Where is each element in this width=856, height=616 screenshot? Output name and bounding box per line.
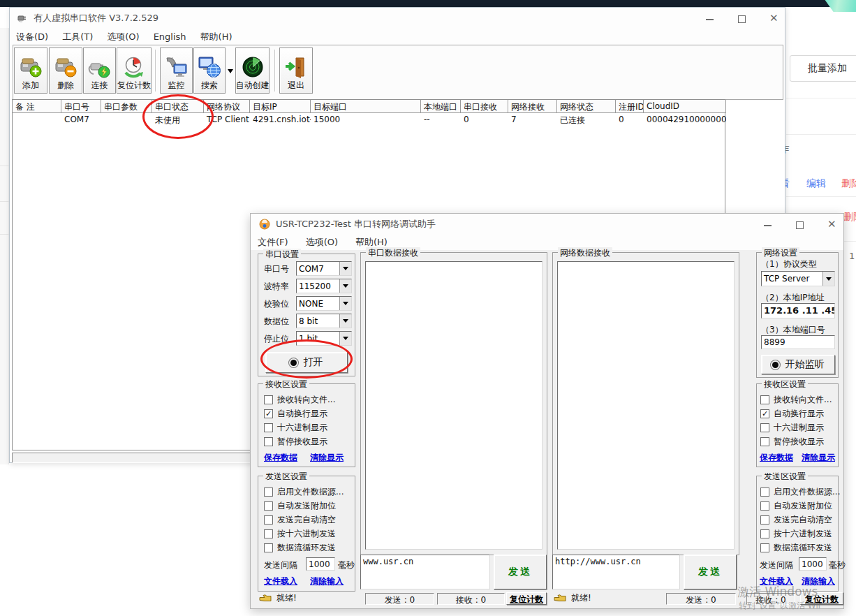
page-number[interactable]: 1: [849, 251, 855, 261]
serial-reset-count-button[interactable]: 复位计数: [506, 592, 547, 605]
load-file-link[interactable]: 文件载入: [760, 575, 793, 587]
serial-recv-textarea[interactable]: [365, 261, 543, 550]
edit-link[interactable]: 编辑: [806, 177, 826, 190]
checkbox-hex-display[interactable]: 十六进制显示: [264, 420, 327, 434]
send-interval-input[interactable]: 1000: [306, 557, 335, 571]
clear-display-link[interactable]: 清除显示: [310, 452, 344, 464]
serial-send-button[interactable]: 发送: [494, 555, 547, 589]
checkbox-file-source[interactable]: 启用文件数据源...: [264, 485, 344, 499]
search-button[interactable]: 搜索: [193, 47, 226, 94]
col-target-port[interactable]: 目标端口: [311, 100, 421, 113]
data-bits-select[interactable]: 8 bit: [296, 314, 352, 328]
exit-button[interactable]: 退出: [279, 47, 313, 94]
checkbox-loop-send[interactable]: 数据流循环发送: [760, 541, 832, 555]
col-cloud-id[interactable]: CloudID: [644, 100, 726, 113]
checkbox-auto-wrap[interactable]: ✓自动换行显示: [760, 406, 824, 420]
serial-status-ready: 就绪!: [259, 592, 297, 604]
delete-button[interactable]: 删除: [49, 47, 82, 94]
auto-create-button[interactable]: 自动创建: [235, 47, 270, 94]
col-protocol[interactable]: 网络协议: [204, 100, 250, 113]
col-port-status[interactable]: 串口状态: [152, 100, 204, 113]
checkbox-file-source[interactable]: 启用文件数据源...: [760, 485, 840, 499]
col-net-status[interactable]: 网络状态: [557, 100, 616, 113]
col-net-recv[interactable]: 网络接收: [508, 100, 557, 113]
menu-device[interactable]: 设备(D): [16, 31, 48, 43]
toolbar-separator: [155, 50, 156, 91]
checkbox-recv-to-file[interactable]: 接收转向文件...: [760, 393, 832, 406]
minimize-button[interactable]: [764, 225, 772, 226]
test-title: USR-TCP232-Test 串口转网络调试助手: [276, 218, 436, 230]
checkbox-auto-clear[interactable]: 发送完自动清空: [264, 513, 336, 527]
col-local-port[interactable]: 本地端口: [421, 100, 461, 113]
net-reset-count-button[interactable]: 复位计数: [800, 592, 843, 605]
divider: [786, 98, 856, 98]
vcom-titlebar: 有人虚拟串口软件 V3.7.2.529 ✕: [10, 8, 785, 29]
clear-input-link[interactable]: 清除输入: [310, 575, 344, 587]
save-data-link[interactable]: 保存数据: [264, 452, 297, 464]
reset-count-button[interactable]: 复位计数: [117, 47, 152, 94]
baud-rate-select[interactable]: 115200: [296, 279, 352, 293]
delete-device-icon: [54, 55, 78, 79]
maximize-button[interactable]: [796, 221, 804, 229]
checkbox-hex-display[interactable]: 十六进制显示: [760, 420, 824, 434]
delete-link-2[interactable]: 删除: [843, 211, 856, 223]
minimize-button[interactable]: [706, 19, 714, 20]
local-port-input[interactable]: 8899: [761, 335, 835, 349]
local-ip-input[interactable]: 172.16 .11 .45: [761, 303, 835, 318]
batch-add-button[interactable]: 批量添加: [790, 55, 856, 82]
protocol-type-select[interactable]: TCP Server: [761, 271, 835, 286]
col-port[interactable]: 串口号: [61, 100, 101, 113]
col-remark[interactable]: 备 注: [13, 100, 61, 113]
checkbox-auto-append[interactable]: 自动发送附加位: [760, 499, 832, 513]
net-recv-textarea[interactable]: [557, 261, 735, 550]
monitor-button[interactable]: 监控: [160, 47, 193, 94]
menu-tools[interactable]: 工具(T): [62, 31, 93, 43]
chevron-down-icon: [339, 332, 351, 345]
checkbox-pause-recv[interactable]: 暂停接收显示: [264, 434, 327, 448]
divider: [786, 134, 856, 135]
serial-send-input[interactable]: www.usr.cn: [360, 555, 490, 589]
net-send-input[interactable]: http://www.usr.cn: [552, 555, 680, 589]
menu-help[interactable]: 帮助(H): [200, 31, 233, 43]
col-reg-id[interactable]: 注册ID: [616, 100, 644, 113]
parity-select[interactable]: NONE: [296, 296, 352, 311]
send-interval-input[interactable]: 1000: [799, 557, 827, 571]
checkbox-auto-clear[interactable]: 发送完自动清空: [760, 513, 832, 527]
clear-display-link[interactable]: 清除显示: [802, 452, 835, 464]
net-send-button[interactable]: 发送: [684, 555, 737, 589]
checkbox-pause-recv[interactable]: 暂停接收显示: [760, 434, 824, 448]
start-listen-button[interactable]: 开始监听: [761, 355, 835, 374]
close-icon[interactable]: ✕: [769, 13, 778, 24]
stop-bits-select[interactable]: 1 bit: [296, 331, 352, 346]
save-data-link[interactable]: 保存数据: [760, 452, 793, 464]
search-globe-icon: [198, 55, 221, 79]
add-device-icon: [19, 55, 43, 79]
delete-link[interactable]: 删除: [841, 177, 856, 190]
connect-button[interactable]: 连接: [83, 47, 116, 94]
search-dropdown-button[interactable]: [226, 47, 235, 94]
com-port-select[interactable]: COM7: [296, 261, 352, 276]
maximize-button[interactable]: [738, 15, 746, 23]
checkbox-loop-send[interactable]: 数据流循环发送: [264, 541, 336, 555]
close-icon[interactable]: ✕: [827, 219, 836, 230]
menu-file[interactable]: 文件(F): [258, 236, 288, 249]
menu-options[interactable]: 选项(O): [107, 31, 139, 43]
checkbox-recv-to-file[interactable]: 接收转向文件...: [264, 393, 335, 406]
exit-door-icon: [284, 55, 308, 79]
test-titlebar: USR-TCP232-Test 串口转网络调试助手 ✕: [251, 214, 843, 235]
checkbox-auto-wrap[interactable]: ✓自动换行显示: [264, 406, 327, 420]
col-target-ip[interactable]: 目标IP: [250, 100, 311, 113]
checkbox-hex-send[interactable]: 按十六进制发送: [264, 527, 336, 541]
open-port-button[interactable]: 打开: [265, 352, 348, 373]
recv-settings-group-left: 接收区设置 接收转向文件... ✓自动换行显示 十六进制显示 暂停接收显示 保存…: [258, 383, 355, 467]
checkbox-auto-append[interactable]: 自动发送附加位: [264, 499, 336, 513]
col-port-params[interactable]: 串口参数: [101, 100, 152, 113]
menu-english[interactable]: English: [154, 31, 186, 42]
add-button[interactable]: 添加: [14, 47, 47, 94]
load-file-link[interactable]: 文件载入: [264, 575, 297, 587]
table-row[interactable]: COM7 未使用 TCP Client 4291.cnsh.iot-tc... …: [13, 113, 725, 126]
checkbox-hex-send[interactable]: 按十六进制发送: [760, 527, 832, 541]
menu-options[interactable]: 选项(O): [306, 236, 338, 249]
clear-input-link[interactable]: 清除输入: [802, 575, 835, 587]
col-serial-recv[interactable]: 串口接收: [461, 100, 508, 113]
